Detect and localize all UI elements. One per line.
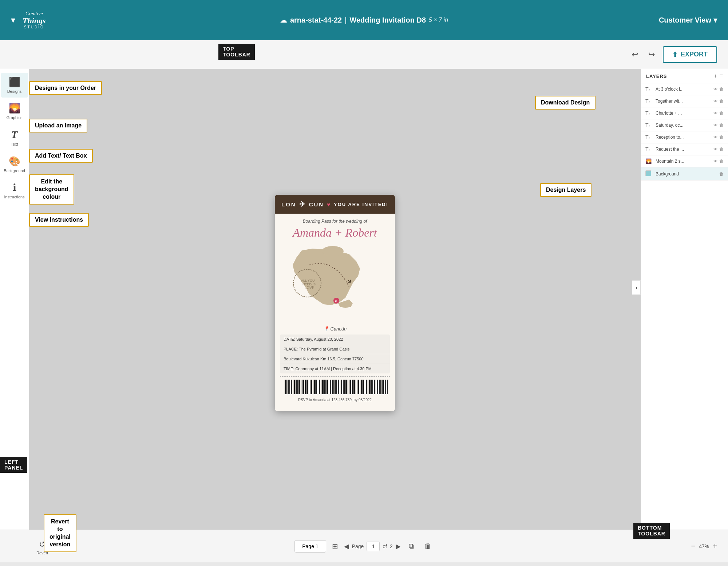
svg-rect-8 [297, 380, 298, 394]
card-body: Boarding Pass for the wedding of Amanda … [275, 214, 395, 411]
customer-view[interactable]: Customer View ▾ [659, 16, 717, 24]
svg-rect-62 [382, 380, 383, 394]
bottom-toolbar: Revert to original version ↺ Revert Page… [0, 530, 728, 562]
design-layers-text: Design Layers [546, 187, 586, 193]
addtext-annotation-text: Add Text/ Text Box [35, 153, 87, 159]
layer-item-7[interactable]: Background 🗑 [641, 167, 728, 181]
svg-rect-40 [348, 380, 348, 394]
svg-rect-0 [285, 380, 286, 394]
instructions-annotation: View Instructions [29, 213, 89, 227]
svg-rect-3 [289, 380, 290, 394]
layer-eye-6[interactable]: 👁 [713, 159, 718, 164]
layer-item-0[interactable]: Tᵣ At 3 o'clock i... 👁 🗑 [641, 83, 728, 95]
svg-rect-30 [332, 380, 333, 394]
svg-rect-25 [324, 380, 325, 394]
layer-eye-2[interactable]: 👁 [713, 111, 718, 116]
delete-page-button[interactable]: 🗑 [422, 540, 434, 553]
card-rsvp: RSVP to Amanda at 123.456.789, by 08/202… [283, 396, 387, 403]
redo-button[interactable]: ↪ [646, 48, 657, 62]
page-label: Page [352, 543, 364, 549]
svg-rect-16 [310, 380, 310, 394]
grid-view-button[interactable]: ⊞ [332, 542, 338, 551]
layers-add-button[interactable]: + [714, 73, 717, 79]
design-layers-annotation: Design Layers [540, 183, 592, 197]
layer-eye-5[interactable]: 👁 [713, 147, 718, 152]
layer-delete-3[interactable]: 🗑 [719, 123, 724, 128]
separator: | [345, 16, 347, 24]
bottom-toolbar-label: BOTTOM TOOLBAR [633, 523, 670, 539]
layer-item-3[interactable]: Tᵣ Saturday, oc... 👁 🗑 [641, 119, 728, 131]
layer-delete-7[interactable]: 🗑 [719, 171, 724, 177]
zoom-in-button[interactable]: + [713, 542, 717, 550]
logo: Creative Things STUDIO [23, 11, 46, 29]
layer-eye-0[interactable]: 👁 [713, 87, 718, 92]
sidebar-item-graphics[interactable]: 🌄 Graphics [1, 99, 28, 124]
layer-delete-1[interactable]: 🗑 [719, 99, 724, 104]
stamp-text1: ALL YOU [301, 279, 315, 282]
sidebar-item-instructions[interactable]: ℹ Instructions [1, 178, 28, 203]
layer-eye-4[interactable]: 👁 [713, 135, 718, 140]
layer-item-2[interactable]: Tᵣ Charlotte + ... 👁 🗑 [641, 107, 728, 119]
sidebar-item-designs[interactable]: ⬛ Designs [1, 73, 28, 98]
layer-item-4[interactable]: Tᵣ Reception to... 👁 🗑 [641, 131, 728, 143]
page-tab[interactable]: Page 1 [294, 540, 326, 553]
greenland [322, 246, 344, 256]
detail-row-address: Boulevard Kukulcan Km 16.5, Cancun 77500 [280, 354, 390, 364]
export-button[interactable]: ⬆ EXPORT [663, 46, 717, 63]
layer-item-1[interactable]: Tᵣ Together wit... 👁 🗑 [641, 95, 728, 107]
layer-delete-0[interactable]: 🗑 [719, 87, 724, 92]
svg-rect-59 [377, 380, 378, 394]
layer-name-0: At 3 o'clock i... [656, 87, 711, 92]
layer-delete-5[interactable]: 🗑 [719, 147, 724, 152]
layer-item-6[interactable]: 🌄 Mountain 2 s... 👁 🗑 [641, 155, 728, 167]
layers-icons: + ≡ [714, 73, 723, 79]
layer-delete-6[interactable]: 🗑 [719, 159, 724, 164]
card-names: Amanda + Robert [280, 226, 390, 240]
svg-rect-29 [330, 380, 331, 394]
sidebar-item-background[interactable]: 🎨 Background [1, 152, 28, 177]
download-design-annotation: Download Design [535, 96, 596, 110]
revert-annotation-text: Revert to original version [50, 518, 71, 547]
stamp-heart: LOVE [305, 286, 314, 290]
layer-name-1: Together wit... [656, 99, 711, 104]
card-map: ✈ ♥ ALL YOU NEED IS LOVE [280, 243, 390, 323]
svg-rect-18 [313, 380, 313, 394]
nav-dropdown-arrow[interactable]: ▾ [11, 15, 15, 25]
layers-header: LAYERS + ≡ [641, 69, 728, 83]
collapse-panel-arrow[interactable]: › [632, 280, 641, 295]
svg-rect-60 [379, 380, 380, 394]
graphics-icon: 🌄 [9, 103, 20, 114]
heart-icon: ♥ [327, 201, 331, 207]
layer-delete-4[interactable]: 🗑 [719, 135, 724, 140]
svg-rect-2 [288, 380, 289, 394]
svg-rect-9 [298, 380, 300, 394]
page-number-input[interactable] [367, 542, 380, 551]
layer-eye-3[interactable]: 👁 [713, 123, 718, 128]
logo-line1: Creative [25, 11, 43, 16]
duplicate-page-button[interactable]: ⧉ [407, 540, 416, 553]
layer-delete-2[interactable]: 🗑 [719, 111, 724, 116]
card-header-middle: YOU ARE INVITED! [334, 202, 388, 207]
layer-eye-1[interactable]: 👁 [713, 99, 718, 104]
svg-rect-58 [376, 380, 376, 394]
location-name: Cancún [330, 326, 347, 332]
layers-list-button[interactable]: ≡ [720, 73, 723, 79]
page-of: of [383, 543, 387, 549]
doc-id: arna-stat-44-22 [290, 16, 342, 24]
doc-name: Wedding Invitation D8 [349, 16, 426, 24]
next-page-button[interactable]: ▶ [396, 542, 401, 550]
svg-rect-64 [385, 380, 386, 394]
sidebar-item-graphics-label: Graphics [6, 115, 22, 120]
upload-annotation: Upload an Image [29, 119, 87, 132]
undo-button[interactable]: ↩ [629, 48, 640, 62]
cloud-icon: ☁ [280, 16, 287, 24]
barcode-image [283, 380, 387, 396]
svg-rect-26 [325, 380, 327, 394]
card-location: 📍 Cancún [280, 326, 390, 332]
svg-rect-20 [316, 380, 317, 394]
prev-page-button[interactable]: ◀ [344, 542, 349, 550]
zoom-out-button[interactable]: − [691, 542, 696, 550]
layer-item-5[interactable]: Tᵣ Request the ... 👁 🗑 [641, 143, 728, 155]
sidebar-item-text[interactable]: T Text [1, 125, 28, 150]
heart-pin: ♥ [335, 299, 337, 303]
